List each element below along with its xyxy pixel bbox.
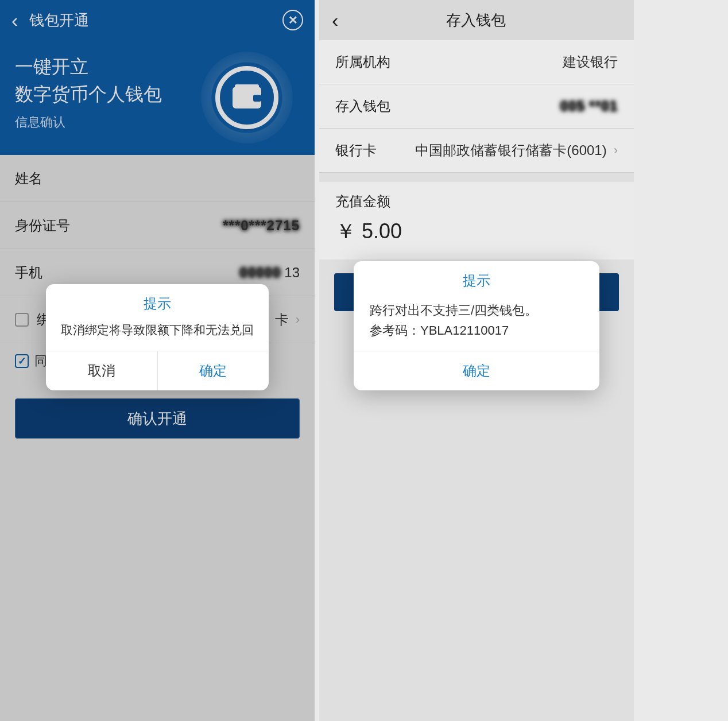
alert-title: 提示	[354, 261, 599, 297]
alert-dialog: 提示 取消绑定将导致限额下降和无法兑回 取消 确定	[46, 284, 269, 390]
ok-button[interactable]: 确定	[158, 351, 269, 390]
alert-message: 取消绑定将导致限额下降和无法兑回	[46, 320, 269, 351]
cancel-button[interactable]: 取消	[46, 351, 158, 390]
right-screen: ‹ 存入钱包 所属机构 建设银行 存入钱包 005 **01 银行卡 中国邮政储…	[319, 0, 634, 721]
alert-line2: 参考码：YBLA12110017	[370, 320, 583, 340]
alert-title: 提示	[46, 284, 269, 320]
ok-button[interactable]: 确定	[354, 351, 599, 390]
alert-line1: 跨行对出不支持三/四类钱包。	[370, 300, 583, 320]
left-screen: ‹ 钱包开通 ✕ 一键开立 数字货币个人钱包 信息确认 姓名 身份证号 ***0…	[0, 0, 315, 721]
alert-dialog: 提示 跨行对出不支持三/四类钱包。 参考码：YBLA12110017 确定	[354, 261, 599, 390]
